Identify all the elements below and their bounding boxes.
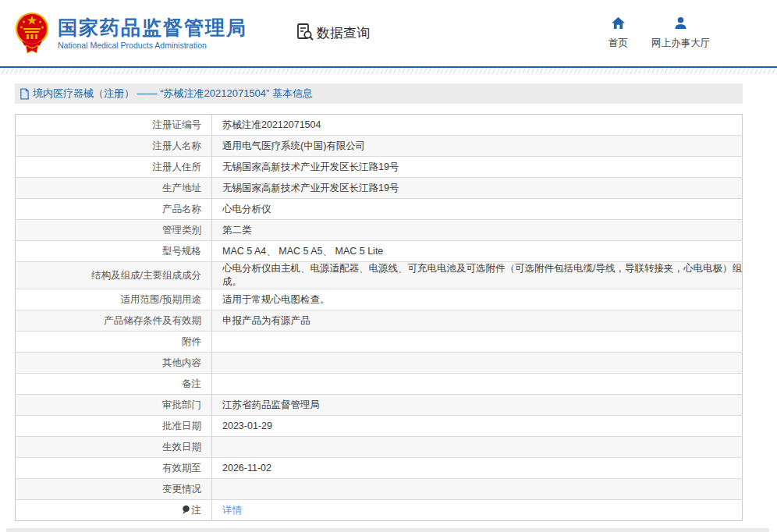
nav-item-home[interactable]: 首页	[608, 16, 628, 50]
row-label: 结构及组成/主要组成成分	[16, 262, 212, 289]
row-label: 附件	[16, 332, 212, 353]
row-value: 第二类	[212, 220, 743, 241]
row-label: 生效日期	[16, 437, 212, 458]
table-row: 注册人住所无锡国家高新技术产业开发区长江路19号	[16, 157, 743, 178]
row-label: 产品名称	[16, 199, 212, 220]
nav-item-service-hall[interactable]: 网上办事大厅	[651, 16, 710, 50]
row-label: 批准日期	[16, 416, 212, 437]
site-logo-text: 国家药品监督管理局 National Medical Products Admi…	[58, 16, 247, 50]
row-value	[212, 332, 743, 353]
row-value: 无锡国家高新技术产业开发区长江路19号	[212, 157, 743, 178]
table-row: 产品名称心电分析仪	[16, 199, 743, 220]
nav-item-label: 首页	[608, 37, 628, 50]
person-icon	[673, 16, 688, 33]
site-title-cn: 国家药品监督管理局	[58, 16, 247, 39]
info-table-body: 注册证编号苏械注准20212071504注册人名称通用电气医疗系统(中国)有限公…	[16, 115, 743, 521]
row-value: MAC 5 A4、 MAC 5 A5、 MAC 5 Lite	[212, 241, 743, 262]
row-label: 注	[16, 500, 212, 521]
table-row: 审批部门江苏省药品监督管理局	[16, 395, 743, 416]
table-row: 备注	[16, 374, 743, 395]
table-row: 适用范围/预期用途适用于常规心电图检查。	[16, 289, 743, 310]
row-value: 2026-11-02	[212, 458, 743, 479]
row-label: 有效期至	[16, 458, 212, 479]
row-value	[212, 437, 743, 458]
row-label: 注册人住所	[16, 157, 212, 178]
row-value: 申报产品为有源产品	[212, 310, 743, 332]
table-row: 附件	[16, 332, 743, 353]
document-search-icon	[296, 23, 314, 44]
row-value	[212, 374, 743, 395]
data-query-tab[interactable]: 数据查询	[296, 23, 370, 44]
table-row: 结构及组成/主要组成成分心电分析仪由主机、电源适配器、电源线、可充电电池及可选附…	[16, 262, 743, 289]
row-value: 心电分析仪	[212, 199, 743, 220]
document-icon	[20, 88, 30, 100]
row-value: 苏械注准20212071504	[212, 115, 743, 136]
main-content: 境内医疗器械（注册） —— “苏械注准20212071504” 基本信息 注册证…	[15, 83, 743, 521]
hatch-band	[0, 68, 777, 74]
row-value: 适用于常规心电图检查。	[212, 289, 743, 310]
table-row: 注册证编号苏械注准20212071504	[16, 115, 743, 136]
registration-info-table: 注册证编号苏械注准20212071504注册人名称通用电气医疗系统(中国)有限公…	[15, 114, 743, 521]
national-emblem-logo[interactable]	[14, 11, 50, 56]
table-row: 其他内容	[16, 353, 743, 374]
row-label: 其他内容	[16, 353, 212, 374]
footer-bar	[6, 528, 769, 532]
home-icon	[611, 16, 626, 33]
table-row: 产品储存条件及有效期申报产品为有源产品	[16, 310, 743, 332]
row-label: 变更情况	[16, 479, 212, 500]
site-header: 国家药品监督管理局 National Medical Products Admi…	[0, 0, 777, 66]
table-row: 有效期至2026-11-02	[16, 458, 743, 479]
nav-item-label: 网上办事大厅	[651, 37, 710, 50]
row-value: 无锡国家高新技术产业开发区长江路19号	[212, 178, 743, 199]
row-label: 管理类别	[16, 220, 212, 241]
table-row: 变更情况	[16, 479, 743, 500]
row-label: 型号规格	[16, 241, 212, 262]
row-label: 生产地址	[16, 178, 212, 199]
row-label: 备注	[16, 374, 212, 395]
row-label: 审批部门	[16, 395, 212, 416]
row-value: 通用电气医疗系统(中国)有限公司	[212, 136, 743, 157]
row-label: 注册证编号	[16, 115, 212, 136]
page-title: 境内医疗器械（注册） —— “苏械注准20212071504” 基本信息	[33, 87, 313, 101]
row-value: 江苏省药品监督管理局	[212, 395, 743, 416]
table-row: 注册人名称通用电气医疗系统(中国)有限公司	[16, 136, 743, 157]
table-row: 批准日期2023-01-29	[16, 416, 743, 437]
row-label: 适用范围/预期用途	[16, 289, 212, 310]
table-row: 注详情	[16, 500, 743, 521]
pin-icon	[182, 505, 190, 517]
row-value: 2023-01-29	[212, 416, 743, 437]
details-link[interactable]: 详情	[222, 505, 242, 516]
row-value: 心电分析仪由主机、电源适配器、电源线、可充电电池及可选附件（可选附件包括电缆/导…	[212, 262, 743, 289]
data-query-label: 数据查询	[317, 24, 370, 42]
site-title-en: National Medical Products Administration	[58, 41, 247, 50]
table-row: 型号规格MAC 5 A4、 MAC 5 A5、 MAC 5 Lite	[16, 241, 743, 262]
section-title-bar: 境内医疗器械（注册） —— “苏械注准20212071504” 基本信息	[15, 83, 743, 104]
row-value	[212, 353, 743, 374]
top-nav: 首页 网上办事大厅	[608, 16, 710, 50]
row-label: 注册人名称	[16, 136, 212, 157]
row-value: 详情	[212, 500, 743, 521]
row-value	[212, 479, 743, 500]
table-row: 生效日期	[16, 437, 743, 458]
table-row: 管理类别第二类	[16, 220, 743, 241]
table-row: 生产地址无锡国家高新技术产业开发区长江路19号	[16, 178, 743, 199]
row-label: 产品储存条件及有效期	[16, 310, 212, 332]
